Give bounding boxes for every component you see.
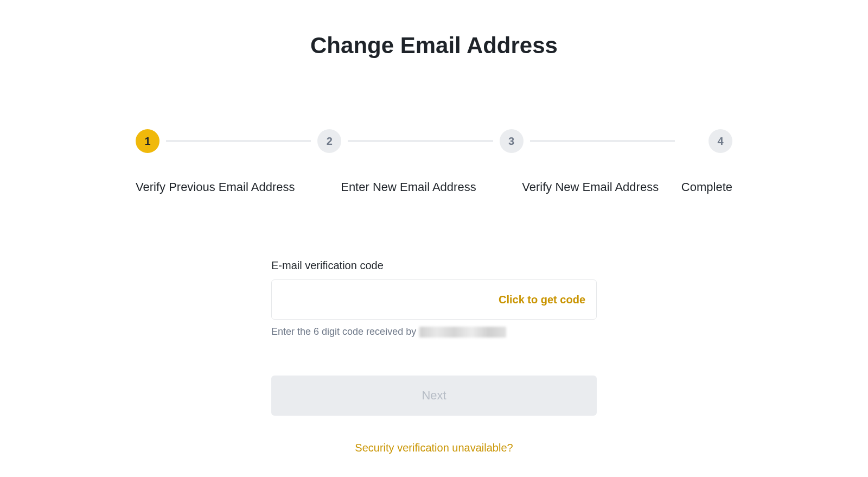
step-label-4: Complete (681, 180, 732, 194)
step-circle-2: 2 (317, 129, 341, 153)
step-label-1: Verify Previous Email Address (136, 180, 295, 194)
step-label-2: Enter New Email Address (341, 180, 476, 194)
verification-code-input[interactable] (283, 280, 499, 319)
next-button[interactable]: Next (271, 376, 597, 416)
masked-email (419, 327, 506, 338)
step-3: 3 Verify New Email Address (500, 129, 681, 194)
code-input-wrapper: Click to get code (271, 279, 597, 320)
security-unavailable-link[interactable]: Security verification unavailable? (271, 442, 597, 454)
helper-text: Enter the 6 digit code received by (271, 326, 597, 338)
step-line (530, 140, 675, 142)
step-line (348, 140, 493, 142)
page-container: Change Email Address 1 Verify Previous E… (81, 33, 787, 454)
step-circle-4: 4 (709, 129, 732, 153)
step-label-3: Verify New Email Address (522, 180, 659, 194)
form-area: E-mail verification code Click to get co… (271, 259, 597, 454)
get-code-button[interactable]: Click to get code (499, 294, 585, 306)
step-2: 2 Enter New Email Address (317, 129, 499, 194)
step-row: 1 (136, 129, 317, 153)
step-circle-3: 3 (500, 129, 524, 153)
step-1: 1 Verify Previous Email Address (136, 129, 317, 194)
helper-prefix: Enter the 6 digit code received by (271, 326, 416, 338)
step-row: 4 (681, 129, 732, 153)
step-row: 2 (317, 129, 499, 153)
step-4: 4 Complete (681, 129, 732, 194)
step-line (166, 140, 311, 142)
page-title: Change Email Address (136, 33, 732, 59)
stepper: 1 Verify Previous Email Address 2 Enter … (136, 129, 732, 194)
step-circle-1: 1 (136, 129, 159, 153)
step-row: 3 (500, 129, 681, 153)
code-field-label: E-mail verification code (271, 259, 597, 272)
